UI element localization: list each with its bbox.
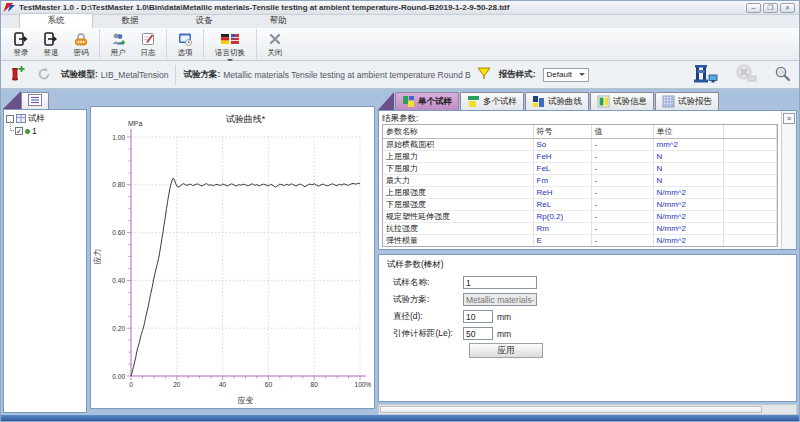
test-curve-chart-panel: 试验曲线*MPa0.000.200.400.600.801.0002040608… [90, 106, 375, 409]
tab-test-curve[interactable]: 试验曲线 [525, 92, 589, 110]
svg-text:0.20: 0.20 [112, 325, 125, 332]
menu-tab-system[interactable]: 系统 [19, 13, 93, 28]
col-parameter-name: 参数名称 [383, 125, 533, 139]
test-toolbar: 试验模型: LIB_MetalTension 试验方案: Metallic ma… [1, 61, 799, 89]
minimize-button[interactable]: – [746, 3, 761, 13]
test-report-icon [662, 95, 675, 108]
result-row[interactable]: 规定塑性延伸强度Rp(0.2)-N/mm^2 [383, 211, 777, 223]
result-row[interactable]: 抗拉强度Rm-N/mm^2 [383, 223, 777, 235]
options-button[interactable]: 选项 [170, 29, 200, 59]
specimen-name-label: 试样名称: [387, 277, 463, 289]
inspect-settings-button[interactable] [773, 64, 793, 86]
gauge-unit: mm [497, 329, 511, 339]
svg-text:80: 80 [311, 381, 319, 388]
specimen-tree: 试样 ✓ 1 [3, 109, 87, 413]
options-icon [177, 31, 193, 47]
window-title: TestMaster 1.0 - D:\TestMaster 1.0\Bin\d… [19, 3, 742, 12]
login-icon [13, 31, 29, 47]
result-row[interactable]: 弹性模量E-N/mm^2 [383, 235, 777, 247]
menubar: 系统 数据 设备 帮助 [1, 15, 799, 28]
svg-text:0.40: 0.40 [112, 277, 125, 284]
login-button[interactable]: 登录 [6, 29, 36, 59]
refresh-button[interactable] [35, 65, 53, 85]
svg-text:%: % [365, 381, 371, 388]
plan-label: 试验方案: [387, 294, 463, 306]
result-row[interactable]: 上屈服力FeH-N [383, 151, 777, 163]
titlebar: TestMaster 1.0 - D:\TestMaster 1.0\Bin\d… [1, 1, 799, 15]
restore-button[interactable]: ❐ [763, 3, 778, 13]
specimen-1-checkbox[interactable]: ✓ [15, 127, 23, 135]
log-button[interactable]: 日志 [133, 29, 163, 59]
connect-machine-button[interactable] [693, 63, 719, 87]
close-window-button[interactable]: × [780, 3, 795, 13]
result-row[interactable]: 最大力Fm-N [383, 175, 777, 187]
result-row[interactable]: 上屈服强度ReH-N/mm^2 [383, 187, 777, 199]
main-workspace: 试样 ✓ 1 试验曲线*MPa0.000.200.400.600.801.000… [1, 89, 799, 415]
tree-root-label: 试样 [28, 113, 45, 125]
svg-text:40: 40 [219, 381, 227, 388]
svg-text:应力: 应力 [93, 249, 102, 265]
close-x-icon [267, 31, 283, 47]
logout-button[interactable]: 登退 [36, 29, 66, 59]
test-curve-chart: 试验曲线*MPa0.000.200.400.600.801.0002040608… [91, 107, 374, 408]
tab-test-info[interactable]: 试验信息 [590, 92, 654, 110]
specimen-name-input[interactable] [463, 276, 537, 289]
specimen-list-tab[interactable] [21, 92, 49, 109]
single-specimen-icon [402, 95, 415, 108]
svg-text:20: 20 [173, 381, 181, 388]
disconnect-machine-button[interactable] [733, 63, 759, 87]
plan-filter-icon[interactable] [477, 67, 491, 82]
close-app-button[interactable]: 关闭 [260, 29, 290, 59]
corner-triangle-icon [378, 92, 394, 110]
tree-root-specimen[interactable]: 试样 [6, 113, 84, 125]
svg-text:0.00: 0.00 [112, 373, 125, 380]
status-bar [1, 415, 799, 421]
specimen-group-icon [16, 114, 26, 125]
tree-item-specimen-1[interactable]: ✓ 1 [15, 125, 84, 137]
report-style-label: 报告样式: [499, 69, 536, 81]
menu-tab-help[interactable]: 帮助 [241, 14, 315, 28]
test-model-value: LIB_MetalTension [101, 70, 169, 80]
app-window: TestMaster 1.0 - D:\TestMaster 1.0\Bin\d… [0, 0, 800, 422]
tab-single-specimen[interactable]: 单个试样 [395, 92, 459, 110]
menu-tab-device[interactable]: 设备 [167, 14, 241, 28]
result-tabs: 单个试样 多个试样 试验曲线 试验信息 试验报告 [378, 91, 797, 110]
result-row[interactable]: 下屈服强度ReL-N/mm^2 [383, 199, 777, 211]
results-side-rail: ≡ [781, 111, 796, 249]
diameter-unit: mm [497, 312, 511, 322]
horizontal-scrollbar[interactable] [378, 404, 797, 415]
users-button[interactable]: 用户 [103, 29, 133, 59]
svg-text:MPa: MPa [128, 120, 143, 127]
svg-text:0: 0 [129, 381, 133, 388]
add-specimen-button[interactable] [7, 64, 27, 86]
test-plan-label: 试验方案: [183, 69, 220, 81]
test-curve-icon [532, 95, 545, 108]
tab-multi-specimen[interactable]: 多个试样 [460, 92, 524, 110]
users-icon [110, 31, 126, 47]
multi-specimen-icon [467, 95, 480, 108]
logout-icon [43, 31, 59, 47]
col-symbol: 符号 [533, 125, 591, 139]
menu-tab-data[interactable]: 数据 [93, 14, 167, 28]
password-button[interactable]: 密码 [66, 29, 96, 59]
scrollbar-thumb[interactable] [380, 406, 762, 413]
tab-test-report[interactable]: 试验报告 [655, 92, 719, 110]
report-style-dropdown[interactable]: Default [543, 68, 589, 82]
svg-text:0.60: 0.60 [112, 229, 125, 236]
test-info-icon [597, 95, 610, 108]
gauge-length-label: 引伸计标距(Le): [387, 328, 463, 340]
results-menu-button[interactable]: ≡ [783, 113, 795, 124]
results-header-row: 参数名称 符号 值 单位 [383, 125, 777, 139]
svg-text:试验曲线*: 试验曲线* [226, 114, 266, 124]
col-value: 值 [591, 125, 653, 139]
corner-triangle-icon [3, 91, 21, 109]
gauge-length-input[interactable] [463, 327, 493, 340]
diameter-input[interactable] [463, 310, 493, 323]
specimen-status-icon [25, 129, 30, 134]
apply-button[interactable]: 应用 [469, 343, 543, 358]
specimen-params-section: 试样参数(棒材) 试样名称: 试验方案: 直径(d): mm 引伸计标距(Le)… [378, 254, 797, 402]
language-switch-button[interactable]: 语言切换 [207, 29, 253, 59]
log-icon [140, 31, 156, 47]
result-row[interactable]: 原始横截面积So-mm^2 [383, 139, 777, 151]
result-row[interactable]: 下屈服力FeL-N [383, 163, 777, 175]
